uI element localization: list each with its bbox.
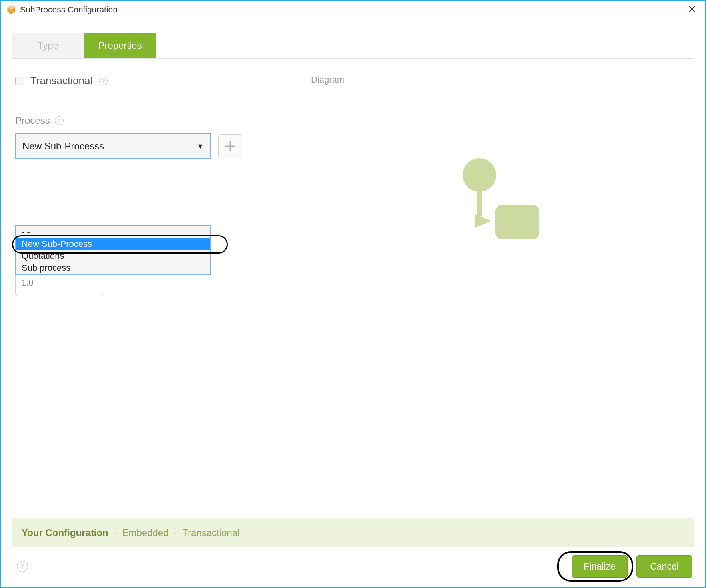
process-option[interactable]: - -	[16, 226, 210, 238]
help-icon[interactable]: ?	[55, 116, 64, 125]
chevron-down-icon: ▼	[197, 142, 204, 151]
finalize-highlight-wrap: Finalize	[563, 555, 628, 578]
process-option[interactable]: Sub process	[16, 262, 210, 274]
process-dropdown-list: - - New Sub-Process Quotations Sub proce…	[15, 225, 211, 275]
process-select-value: New Sub-Processs	[22, 141, 104, 152]
add-process-button[interactable]	[218, 134, 242, 158]
dialog-button-row: ? Finalize Cancel	[1, 547, 705, 587]
close-icon[interactable]: ✕	[684, 3, 700, 16]
dialog-window: SubProcess Configuration ✕ Type Properti…	[0, 0, 706, 588]
process-select[interactable]: New Sub-Processs ▼	[15, 133, 211, 159]
svg-rect-5	[477, 189, 482, 216]
finalize-button[interactable]: Finalize	[572, 555, 628, 578]
app-icon	[6, 5, 16, 14]
content-area: Transactional ? Process ? New Sub-Proces…	[1, 59, 705, 518]
tab-properties[interactable]: Properties	[84, 33, 156, 58]
diagram-canvas	[311, 91, 688, 362]
summary-value: Transactional	[182, 527, 239, 538]
diagram-panel: Diagram	[311, 75, 691, 518]
process-option[interactable]: New Sub-Process	[16, 238, 210, 250]
process-label-row: Process ?	[15, 115, 295, 126]
summary-sep: ·	[114, 527, 117, 538]
process-select-row: New Sub-Processs ▼	[15, 133, 295, 159]
transactional-row: Transactional ?	[15, 75, 295, 87]
diagram-icon	[459, 157, 547, 241]
cancel-button[interactable]: Cancel	[636, 555, 692, 578]
window-title: SubProcess Configuration	[20, 5, 684, 14]
svg-rect-7	[495, 205, 539, 239]
form-panel: Transactional ? Process ? New Sub-Proces…	[15, 75, 295, 518]
process-label: Process	[15, 115, 50, 126]
svg-marker-6	[475, 214, 491, 228]
transactional-label: Transactional	[30, 75, 92, 87]
plus-icon	[223, 139, 237, 153]
diagram-label: Diagram	[311, 75, 691, 85]
titlebar: SubProcess Configuration ✕	[1, 1, 705, 18]
tab-type[interactable]: Type	[12, 33, 84, 58]
svg-point-4	[463, 158, 496, 192]
tab-bar: Type Properties	[12, 33, 694, 59]
help-icon[interactable]: ?	[99, 77, 108, 85]
version-field-partial[interactable]: 1.0	[15, 274, 103, 296]
transactional-checkbox[interactable]	[15, 77, 24, 85]
summary-sep: ·	[174, 527, 177, 538]
configuration-summary-bar: Your Configuration · Embedded · Transact…	[12, 518, 694, 547]
summary-lead: Your Configuration	[22, 527, 108, 538]
process-option[interactable]: Quotations	[16, 250, 210, 262]
help-icon[interactable]: ?	[17, 561, 28, 572]
summary-value: Embedded	[122, 527, 169, 538]
